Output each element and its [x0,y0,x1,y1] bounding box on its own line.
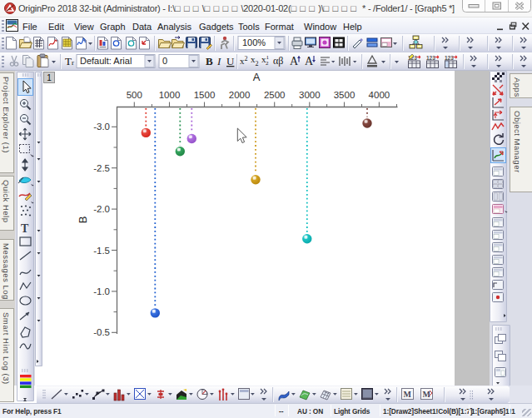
svg-text:2000: 2000 [229,90,251,100]
svg-text:αβ: αβ [273,55,283,67]
svg-text:1500: 1500 [194,90,216,100]
svg-text:Tr: Tr [65,55,74,67]
svg-text:-1.0: -1.0 [93,286,110,296]
svg-text:100%: 100% [242,37,266,47]
svg-text:x2: x2 [240,55,248,66]
svg-text:I: I [216,55,221,67]
svg-text:-3.0: -3.0 [93,122,110,132]
svg-text:3000: 3000 [299,90,321,100]
svg-text:B: B [77,216,89,224]
svg-text:4000: 4000 [369,90,390,100]
svg-text:3500: 3500 [334,90,355,100]
svg-text:500: 500 [127,90,142,100]
svg-text:2500: 2500 [264,90,286,100]
svg-text:A: A [253,71,261,83]
svg-text:A: A [290,55,299,67]
svg-text:A: A [305,55,314,67]
svg-text:0: 0 [162,56,167,66]
svg-text:Default: Arial: Default: Arial [80,56,132,66]
svg-text:M: M [404,390,412,399]
svg-text:-2.0: -2.0 [93,204,110,214]
svg-text:-0.5: -0.5 [93,327,110,337]
svg-text:B: B [206,55,213,67]
svg-text:x2: x2 [251,54,259,67]
svg-text:T: T [21,222,29,235]
svg-text:x12: x12 [261,54,270,67]
svg-text:-1.5: -1.5 [93,246,110,256]
svg-text:-2.5: -2.5 [93,163,110,173]
svg-text:U: U [226,55,235,67]
svg-text:1000: 1000 [159,90,181,100]
